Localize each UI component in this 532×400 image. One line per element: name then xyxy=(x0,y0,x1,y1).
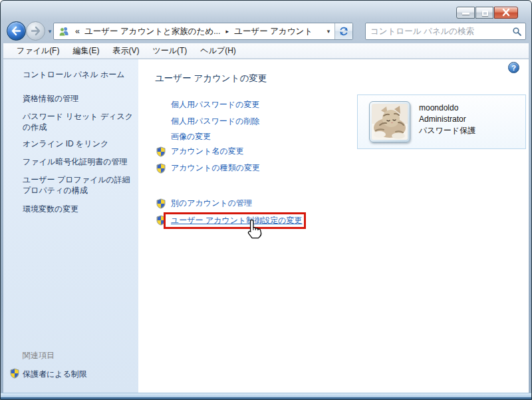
link-change-your-picture[interactable]: 画像の変更 xyxy=(171,131,211,142)
user-picture-frame xyxy=(369,101,410,142)
help-button[interactable]: ? xyxy=(508,62,519,73)
sidebar-related-header: 関連項目 xyxy=(23,350,55,361)
menu-help[interactable]: ヘルプ(H) xyxy=(194,45,243,57)
user-role: Administrator xyxy=(419,114,475,125)
row-change-account-name: アカウント名の変更 xyxy=(156,146,244,157)
sidebar-item-link-online-id[interactable]: オンライン ID をリンク xyxy=(23,138,136,149)
uac-shield-icon xyxy=(156,163,166,174)
menu-bar: ファイル(F) 編集(E) 表示(V) ツール(T) ヘルプ(H) xyxy=(3,43,529,59)
breadcrumb-current[interactable]: ユーザー アカウント xyxy=(234,26,313,37)
minimize-button[interactable] xyxy=(456,7,475,19)
user-name: moondoldo xyxy=(419,102,475,114)
uac-shield-icon xyxy=(9,368,20,381)
help-icon: ? xyxy=(511,64,516,72)
address-dropdown-icon[interactable]: ▼ xyxy=(323,23,334,39)
sidebar-item-manage-credentials[interactable]: 資格情報の管理 xyxy=(23,93,136,104)
link-change-account-type[interactable]: アカウントの種類の変更 xyxy=(171,162,260,174)
user-accounts-icon xyxy=(59,26,70,37)
link-change-uac-settings[interactable]: ユーザー アカウント制御設定の変更 xyxy=(171,215,303,226)
back-button[interactable] xyxy=(7,21,26,41)
restore-icon xyxy=(482,11,488,16)
link-remove-your-password[interactable]: 個人用パスワードの削除 xyxy=(171,116,259,127)
breadcrumb-overflow-chevron[interactable]: « xyxy=(75,27,80,36)
restore-button[interactable] xyxy=(475,7,493,19)
link-manage-another-account[interactable]: 別のアカウントの管理 xyxy=(171,198,252,209)
user-account-tile[interactable]: moondoldo Administrator パスワード保護 xyxy=(357,95,526,149)
row-change-account-type: アカウントの種類の変更 xyxy=(156,162,260,174)
sidebar-item-control-panel-home[interactable]: コントロール パネル ホーム xyxy=(23,69,136,80)
sidebar-item-configure-advanced-user-profile-properties[interactable]: ユーザー プロファイルの詳細プロパティの構成 xyxy=(23,174,136,196)
search-input[interactable] xyxy=(366,27,508,36)
breadcrumb-separator-icon[interactable]: ▸ xyxy=(226,28,229,35)
row-manage-another-account: 別のアカウントの管理 xyxy=(156,198,252,209)
menu-edit[interactable]: 編集(E) xyxy=(66,45,106,57)
link-change-account-name[interactable]: アカウント名の変更 xyxy=(171,146,244,157)
forward-arrow-icon xyxy=(27,22,45,40)
address-bar: « ユーザー アカウントと家族のため... ▸ ユーザー アカウント ▼ xyxy=(53,23,353,40)
menu-tools[interactable]: ツール(T) xyxy=(146,45,194,57)
sidebar-item-manage-file-encryption-certificates[interactable]: ファイル暗号化証明書の管理 xyxy=(23,156,136,167)
close-button[interactable] xyxy=(494,7,518,19)
hand-cursor-icon xyxy=(245,219,263,241)
window-body: コントロール パネル ホーム 資格情報の管理 パスワード リセット ディスクの作… xyxy=(3,59,529,393)
minimize-icon xyxy=(462,13,469,15)
user-password-status: パスワード保護 xyxy=(419,125,475,136)
history-dropdown-icon[interactable]: ▼ xyxy=(47,29,53,35)
refresh-button[interactable] xyxy=(334,23,352,39)
window-controls xyxy=(456,7,518,19)
breadcrumb-parent[interactable]: ユーザー アカウントと家族のため... xyxy=(84,26,221,37)
kitten-user-picture xyxy=(372,104,408,140)
menu-file[interactable]: ファイル(F) xyxy=(10,45,66,57)
search-icon[interactable] xyxy=(508,27,525,37)
uac-shield-icon xyxy=(156,146,166,157)
control-panel-window: ▼ « ユーザー アカウントと家族のため... ▸ ユーザー アカウント ▼ xyxy=(0,0,532,400)
sidebar-item-create-password-reset-disk[interactable]: パスワード リセット ディスクの作成 xyxy=(23,111,136,132)
breadcrumb: « ユーザー アカウントと家族のため... ▸ ユーザー アカウント xyxy=(54,23,323,39)
highlight-box: ユーザー アカウント制御設定の変更 xyxy=(164,212,306,229)
back-arrow-icon xyxy=(7,22,25,40)
close-icon xyxy=(495,7,517,18)
search-box xyxy=(365,23,526,40)
sidebar-item-parental-controls[interactable]: 保護者による制限 xyxy=(23,369,87,380)
forward-button[interactable] xyxy=(26,21,45,41)
uac-shield-icon xyxy=(156,198,166,209)
menu-view[interactable]: 表示(V) xyxy=(106,45,146,57)
refresh-icon xyxy=(338,26,349,37)
page-title: ユーザー アカウントの変更 xyxy=(155,73,267,85)
sidebar: コントロール パネル ホーム 資格情報の管理 パスワード リセット ディスクの作… xyxy=(3,59,138,393)
window-bottom-border xyxy=(1,393,531,399)
link-change-your-password[interactable]: 個人用パスワードの変更 xyxy=(171,99,259,110)
sidebar-item-change-environment-variables[interactable]: 環境変数の変更 xyxy=(23,204,136,214)
